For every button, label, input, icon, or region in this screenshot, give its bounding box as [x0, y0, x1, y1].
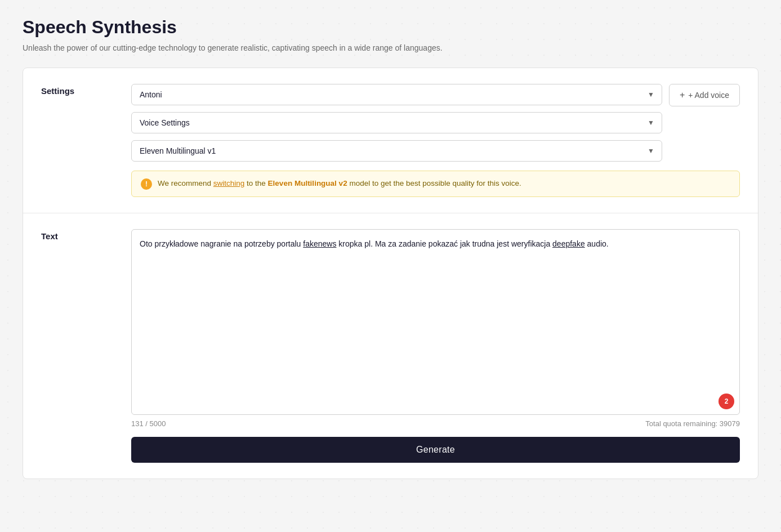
settings-label: Settings — [41, 84, 131, 197]
voice-settings-select[interactable]: Voice Settings — [131, 112, 662, 133]
model-select-wrapper: Eleven Multilingual v1 Eleven Multilingu… — [131, 140, 662, 162]
generate-button[interactable]: Generate — [131, 437, 740, 463]
rec-text-before: We recommend — [158, 179, 213, 187]
text-display-area: Oto przykładowe nagranie na potrzeby por… — [131, 229, 740, 415]
page-header: Speech Synthesis Unleash the power of ou… — [23, 17, 758, 54]
text-content: Oto przykładowe nagranie na potrzeby por… — [131, 229, 740, 463]
rec-link-switching[interactable]: switching — [213, 179, 245, 187]
recommendation-text: We recommend switching to the Eleven Mul… — [158, 178, 521, 189]
avatar-badge[interactable]: 2 — [718, 394, 734, 409]
recommendation-box: ! We recommend switching to the Eleven M… — [131, 171, 740, 197]
text-area-wrapper: Oto przykładowe nagranie na potrzeby por… — [131, 229, 740, 415]
voice-select-wrapper: Antoni Rachel Clyde Domi ▼ — [131, 84, 662, 105]
rec-text-after: model to get the best possible quality f… — [347, 179, 521, 187]
settings-content: Antoni Rachel Clyde Domi ▼ Voice Setting… — [131, 84, 740, 197]
rec-bold-model: Eleven Multilingual v2 — [268, 179, 347, 187]
plus-icon: + — [680, 90, 685, 100]
warning-icon: ! — [141, 178, 152, 190]
text-section: Text Oto przykładowe nagranie na potrzeb… — [23, 213, 758, 479]
underlined-deepfake: deepfake — [552, 239, 585, 248]
rec-text-middle: to the — [244, 179, 267, 187]
voice-settings-select-wrapper: Voice Settings ▼ — [131, 112, 662, 133]
add-voice-button[interactable]: + + Add voice — [669, 84, 740, 106]
voice-select[interactable]: Antoni Rachel Clyde Domi — [131, 84, 662, 105]
underlined-fakenews: fakenews — [303, 239, 336, 248]
char-count: 131 / 5000 — [131, 419, 166, 428]
page-title: Speech Synthesis — [23, 17, 758, 38]
page-subtitle: Unleash the power of our cutting-edge te… — [23, 42, 758, 54]
settings-section: Settings Antoni Rachel Clyde Domi ▼ — [23, 68, 758, 213]
add-voice-label: + Add voice — [688, 91, 729, 100]
model-select[interactable]: Eleven Multilingual v1 Eleven Multilingu… — [131, 140, 662, 162]
main-card: Settings Antoni Rachel Clyde Domi ▼ — [23, 68, 758, 479]
text-meta: 131 / 5000 Total quota remaining: 39079 — [131, 419, 740, 428]
text-label: Text — [41, 229, 131, 463]
dropdowns-column: Antoni Rachel Clyde Domi ▼ Voice Setting… — [131, 84, 662, 162]
settings-controls: Antoni Rachel Clyde Domi ▼ Voice Setting… — [131, 84, 740, 162]
quota-remaining: Total quota remaining: 39079 — [645, 419, 740, 428]
